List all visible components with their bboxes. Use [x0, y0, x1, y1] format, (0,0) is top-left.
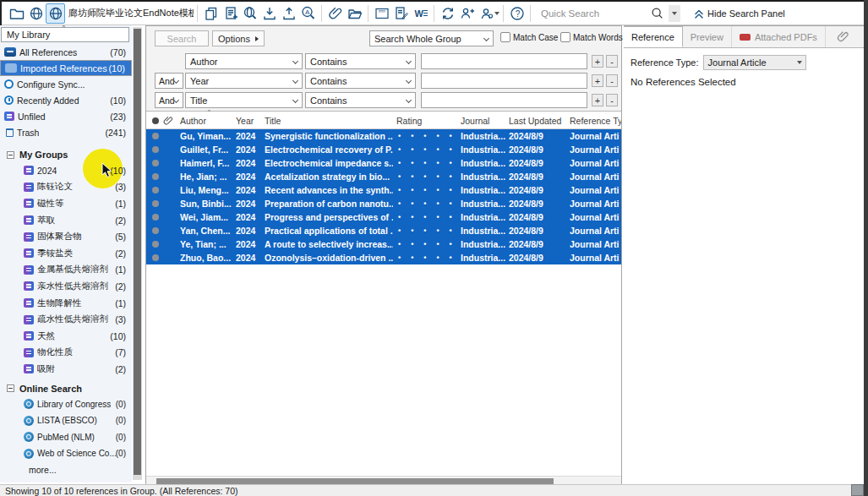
- column-header-author[interactable]: Author: [177, 116, 232, 126]
- remove-criteria-button[interactable]: -: [606, 74, 618, 87]
- search-value-input[interactable]: [421, 92, 587, 108]
- import-icon[interactable]: [259, 3, 279, 24]
- group-item[interactable]: 金属基低共熔溶剂(1): [0, 262, 132, 279]
- group-item[interactable]: 磁性等(1): [0, 195, 132, 212]
- open-folder-icon[interactable]: [345, 3, 364, 24]
- collapse-caret-icon[interactable]: ⌃: [61, 25, 67, 32]
- online-search-item[interactable]: Library of Congress(0): [0, 396, 132, 413]
- attach-file-icon[interactable]: [325, 3, 345, 24]
- new-reference-icon[interactable]: [221, 3, 240, 24]
- sidebar-item-trash[interactable]: Trash(241): [0, 124, 132, 140]
- hide-search-panel-button[interactable]: Hide Search Panel: [691, 3, 785, 24]
- field-select[interactable]: Title: [185, 92, 303, 108]
- help-icon[interactable]: ?: [507, 3, 527, 24]
- add-criteria-button[interactable]: +: [592, 74, 603, 87]
- group-item[interactable]: 生物降解性(1): [0, 295, 132, 312]
- cell-author: Haimerl, F...: [177, 158, 232, 168]
- search-icon[interactable]: [647, 3, 667, 24]
- table-row[interactable]: Sun, Binbi...2024Preparation of carbon n…: [146, 197, 621, 210]
- table-row[interactable]: Guillet, Fr...2024Electrochemical recove…: [146, 143, 621, 156]
- collapse-minus-icon[interactable]: [7, 384, 14, 392]
- globe-icon[interactable]: [26, 3, 46, 24]
- search-button[interactable]: Search: [155, 30, 209, 46]
- attach-pdf-icon[interactable]: [826, 26, 860, 47]
- match-case-checkbox[interactable]: [500, 32, 510, 42]
- match-case-option[interactable]: Match Case: [500, 32, 558, 42]
- tab-reference[interactable]: Reference: [624, 26, 683, 47]
- sidebar-scrollbar-thumb[interactable]: [134, 29, 141, 475]
- find-fulltext-icon[interactable]: A: [298, 3, 318, 24]
- reference-type-select[interactable]: Journal Article: [703, 55, 806, 70]
- sidebar-item-all-references[interactable]: All References(70): [0, 44, 132, 60]
- table-row[interactable]: Ye, Tian; ...2024A route to selectively …: [146, 237, 621, 251]
- table-row[interactable]: Haimerl, F...2024Electrochemical impedan…: [146, 156, 621, 170]
- field-select[interactable]: Author: [185, 53, 303, 69]
- tab-attached-pdfs[interactable]: Attached PDFs: [732, 26, 826, 47]
- sync-icon[interactable]: [438, 3, 457, 24]
- group-item[interactable]: 萃取(2): [0, 212, 132, 229]
- group-item[interactable]: 物化性质(7): [0, 345, 132, 362]
- profile-icon[interactable]: [477, 3, 496, 24]
- connector-select[interactable]: And: [155, 92, 183, 108]
- table-row[interactable]: Wei, Jiam...2024Progress and perspective…: [146, 210, 621, 224]
- online-search-icon[interactable]: [240, 3, 259, 24]
- column-header-title[interactable]: Title: [261, 116, 393, 126]
- remove-criteria-button[interactable]: -: [606, 94, 618, 106]
- condition-select[interactable]: Contains: [305, 73, 416, 89]
- sidebar-item-recently-added[interactable]: Recently Added(10): [0, 92, 132, 108]
- copy-icon[interactable]: [201, 3, 221, 24]
- column-header-journal[interactable]: Journal: [457, 116, 505, 126]
- group-item[interactable]: 固体聚合物(5): [0, 228, 132, 245]
- profile-dropdown-icon[interactable]: [494, 12, 500, 15]
- condition-select[interactable]: Contains: [305, 53, 416, 69]
- sidebar-item-imported-references[interactable]: Imported References(10): [0, 60, 132, 76]
- group-item[interactable]: 疏水性低共熔溶剂(3): [0, 311, 132, 328]
- online-search-item[interactable]: LISTA (EBSCO)(0): [0, 412, 132, 429]
- group-item[interactable]: 季铵盐类(2): [0, 245, 132, 262]
- add-criteria-button[interactable]: +: [592, 94, 603, 106]
- table-row[interactable]: Gu, Yiman...2024Synergistic functionaliz…: [146, 129, 621, 143]
- sidebar-item-configure-sync-[interactable]: Configure Sync...: [0, 76, 132, 92]
- add-criteria-button[interactable]: +: [592, 55, 603, 68]
- table-row[interactable]: He, Jian; ...2024Acetalization strategy …: [146, 170, 621, 183]
- sidebar-scrollbar[interactable]: [133, 27, 142, 480]
- online-search-header[interactable]: Online Search: [0, 381, 132, 396]
- export-icon[interactable]: [279, 3, 298, 24]
- options-button[interactable]: Options: [212, 30, 265, 46]
- format-bibliography-icon[interactable]: [391, 3, 411, 24]
- table-row[interactable]: Liu, Meng...2024Recent advances in the s…: [146, 183, 621, 197]
- field-select[interactable]: Year: [185, 73, 303, 89]
- column-header-reference-type[interactable]: Reference Ty: [566, 116, 621, 126]
- search-scope-select[interactable]: Search Whole Group: [369, 30, 494, 46]
- add-contact-icon[interactable]: [457, 3, 477, 24]
- sidebar-item-unfiled[interactable]: Unfiled(23): [0, 108, 132, 124]
- collapse-minus-icon[interactable]: [7, 151, 14, 159]
- group-item[interactable]: 天然(10): [0, 328, 132, 345]
- quick-search-input[interactable]: Quick Search: [541, 8, 647, 19]
- folder-icon[interactable]: [7, 3, 26, 24]
- online-search-item[interactable]: PubMed (NLM)(0): [0, 429, 132, 446]
- table-row[interactable]: Zhuo, Bao...2024Ozonolysis–oxidation-dri…: [146, 251, 621, 264]
- sidebar-item-more[interactable]: more...: [0, 462, 132, 478]
- insert-citation-icon[interactable]: ””: [372, 3, 391, 24]
- table-header[interactable]: Author Year Title Rating Journal Last Up…: [146, 113, 621, 129]
- match-words-option[interactable]: Match Words: [560, 32, 623, 42]
- column-header-year[interactable]: Year: [232, 116, 261, 126]
- shared-library-icon[interactable]: [46, 3, 65, 24]
- group-item[interactable]: 吸附(2): [0, 361, 132, 378]
- search-value-input[interactable]: [421, 53, 587, 69]
- column-header-rating[interactable]: Rating: [393, 116, 457, 126]
- quick-search-dropdown[interactable]: [669, 5, 680, 22]
- table-row[interactable]: Yan, Chen...2024Practical applications o…: [146, 224, 621, 237]
- remove-criteria-button[interactable]: -: [606, 55, 618, 68]
- column-header-last-updated[interactable]: Last Updated: [505, 116, 566, 126]
- condition-select[interactable]: Contains: [305, 92, 416, 108]
- library-select[interactable]: 廊坊师院毕业论文EndNote模板: [65, 4, 194, 23]
- word-cwyw-icon[interactable]: W: [411, 3, 430, 24]
- match-words-checkbox[interactable]: [560, 32, 570, 42]
- group-item[interactable]: 亲水性低共熔溶剂(2): [0, 278, 132, 295]
- connector-select[interactable]: And: [155, 73, 183, 89]
- online-search-item[interactable]: Web of Science Co...(0): [0, 445, 132, 462]
- tab-preview[interactable]: Preview: [683, 26, 732, 47]
- search-value-input[interactable]: [421, 73, 587, 89]
